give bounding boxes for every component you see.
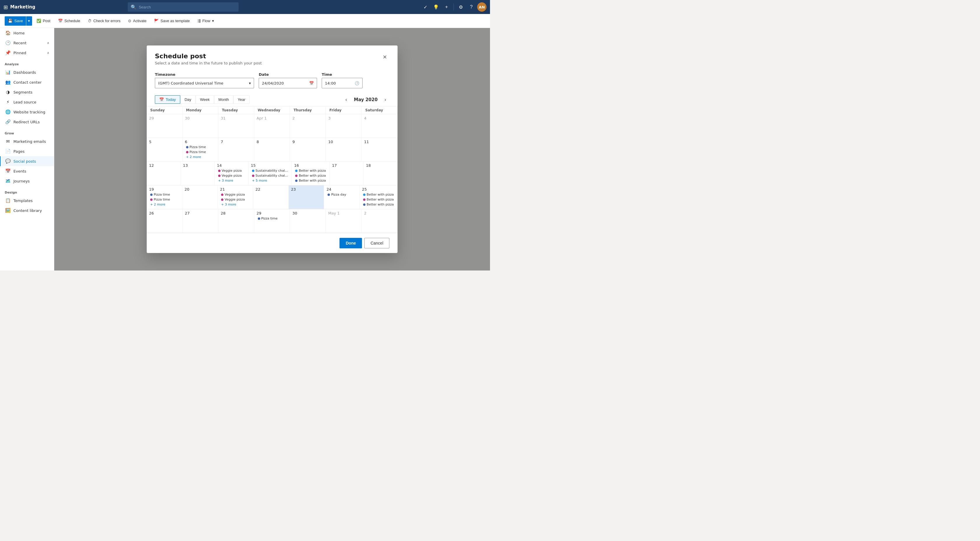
calendar-more-events[interactable]: + 5 more (251, 178, 289, 183)
calendar-event[interactable]: Better with pizza (362, 202, 395, 207)
calendar-day-cell[interactable]: 4 (362, 114, 398, 138)
calendar-more-events[interactable]: + 2 more (149, 202, 180, 207)
calendar-day-cell[interactable]: 26 (147, 209, 183, 233)
calendar-more-events[interactable]: + 3 more (220, 202, 251, 207)
add-icon-btn[interactable]: + (442, 2, 451, 12)
calendar-day-cell[interactable]: 3 (326, 114, 362, 138)
calendar-day-cell[interactable]: 10 (326, 138, 362, 161)
calendar-day-cell[interactable]: 11 (362, 138, 398, 161)
activate-button[interactable]: ⊙ Activate (125, 16, 150, 25)
sidebar-item-pinned[interactable]: 📌 Pinned ∧ (0, 48, 54, 58)
calendar-event[interactable]: Pizza day (326, 192, 357, 197)
calendar-day-cell[interactable]: Apr 1 (255, 114, 290, 138)
search-input[interactable] (139, 5, 235, 10)
calendar-event[interactable]: Better with pizza (362, 197, 395, 202)
sidebar-item-pages[interactable]: 📄 Pages (0, 146, 54, 156)
calendar-day-cell[interactable]: 20 (182, 186, 218, 209)
save-dropdown-arrow[interactable]: ▾ (26, 16, 32, 25)
sidebar-item-segments[interactable]: ◑ Segments (0, 87, 54, 97)
calendar-day-cell[interactable]: 21Veggie pizzaVeggie pizza+ 3 more (218, 186, 253, 209)
sidebar-item-events[interactable]: 📅 Events (0, 166, 54, 176)
calendar-day-cell[interactable]: 29Pizza time (255, 209, 290, 233)
calendar-day-cell[interactable]: 23 (289, 186, 325, 209)
calendar-event[interactable]: Pizza time (149, 192, 180, 197)
sidebar-item-dashboards[interactable]: 📊 Dashboards (0, 67, 54, 77)
calendar-event[interactable]: Veggie pizza (217, 173, 246, 178)
calendar-day-cell[interactable]: 5 (147, 138, 183, 161)
sidebar-item-redirect-urls[interactable]: 🔗 Redirect URLs (0, 117, 54, 127)
sidebar-item-home[interactable]: 🏠 Home (0, 28, 54, 38)
sidebar-item-templates[interactable]: 📋 Templates (0, 195, 54, 206)
modal-close-button[interactable]: ✕ (380, 52, 390, 62)
calendar-more-events[interactable]: + 2 more (185, 155, 216, 159)
sidebar-item-lead-source[interactable]: ⚡ Lead source (0, 97, 54, 107)
time-input[interactable]: 14:00 🕑 (322, 78, 363, 88)
waffle-icon[interactable]: ⊞ (3, 4, 8, 10)
calendar-day-cell[interactable]: 24Pizza day (324, 186, 360, 209)
post-button[interactable]: ✅ Post (33, 16, 54, 25)
sidebar-item-social-posts[interactable]: 💬 Social posts (0, 156, 54, 166)
search-bar[interactable]: 🔍 (128, 2, 239, 12)
checkmark-icon-btn[interactable]: ✓ (421, 2, 430, 12)
sidebar-item-marketing-emails[interactable]: ✉️ Marketing emails (0, 136, 54, 146)
calendar-event[interactable]: Better with pizza (294, 178, 327, 183)
view-month-button[interactable]: Month (214, 95, 233, 104)
timezone-select[interactable]: (GMT) Coordinated Universal Time ▾ (155, 78, 254, 88)
calendar-event[interactable]: Sustainability chal... (251, 173, 289, 178)
calendar-day-cell[interactable]: 14Veggie pizzaVeggie pizza+ 3 more (215, 162, 248, 185)
view-day-button[interactable]: Day (180, 95, 196, 104)
calendar-day-cell[interactable]: 13 (181, 162, 215, 185)
calendar-event[interactable]: Better with pizza (362, 192, 395, 197)
calendar-day-cell[interactable]: 18 (364, 162, 398, 185)
calendar-day-cell[interactable]: 28 (218, 209, 255, 233)
calendar-day-cell[interactable]: 17 (329, 162, 363, 185)
calendar-day-cell[interactable]: 27 (183, 209, 218, 233)
calendar-prev-button[interactable]: ‹ (342, 95, 350, 104)
view-today-button[interactable]: 📅 Today (155, 95, 180, 104)
cancel-button[interactable]: Cancel (364, 238, 390, 248)
calendar-day-cell[interactable]: 25Better with pizzaBetter with pizzaBett… (360, 186, 398, 209)
check-errors-button[interactable]: ⏱ Check for errors (84, 16, 124, 25)
calendar-event[interactable]: Sustainability chal... (251, 168, 289, 173)
calendar-more-events[interactable]: + 3 more (217, 178, 246, 183)
calendar-day-cell[interactable]: 2 (290, 114, 326, 138)
bulb-icon-btn[interactable]: 💡 (431, 2, 441, 12)
recent-collapse-icon[interactable]: ∧ (47, 41, 49, 45)
calendar-day-cell[interactable]: 6Pizza timePizza time+ 2 more (183, 138, 218, 161)
settings-icon-btn[interactable]: ⚙ (456, 2, 466, 12)
calendar-event[interactable]: Better with pizza (294, 168, 327, 173)
calendar-day-cell[interactable]: 19Pizza timePizza time+ 2 more (147, 186, 182, 209)
pinned-collapse-icon[interactable]: ∧ (47, 51, 49, 55)
calendar-day-cell[interactable]: 22 (253, 186, 289, 209)
calendar-event[interactable]: Pizza time (257, 216, 288, 221)
calendar-event[interactable]: Pizza time (149, 197, 180, 202)
sidebar-item-website-tracking[interactable]: 🌐 Website tracking (0, 107, 54, 117)
calendar-day-cell[interactable]: 15Sustainability chal...Sustainability c… (248, 162, 292, 185)
calendar-day-cell[interactable]: 2 (362, 209, 398, 233)
help-icon-btn[interactable]: ? (467, 2, 476, 12)
calendar-event[interactable]: Pizza time (185, 150, 216, 154)
calendar-day-cell[interactable]: May 1 (326, 209, 362, 233)
calendar-event[interactable]: Veggie pizza (220, 197, 251, 202)
user-avatar[interactable]: AN (477, 2, 487, 12)
view-week-button[interactable]: Week (196, 95, 214, 104)
calendar-day-cell[interactable]: 12 (147, 162, 181, 185)
date-input[interactable]: 24/04/2020 📅 (259, 78, 317, 88)
schedule-button[interactable]: 📅 Schedule (55, 16, 83, 25)
save-template-button[interactable]: 🚩 Save as template (151, 16, 193, 25)
calendar-next-button[interactable]: › (381, 95, 390, 104)
calendar-day-cell[interactable]: 7 (218, 138, 255, 161)
calendar-event[interactable]: Veggie pizza (217, 168, 246, 173)
calendar-day-cell[interactable]: 31 (218, 114, 255, 138)
calendar-day-cell[interactable]: 29 (147, 114, 183, 138)
sidebar-item-contact-center[interactable]: 👥 Contact center (0, 77, 54, 87)
calendar-day-cell[interactable]: 8 (255, 138, 290, 161)
save-button[interactable]: 💾 Save (5, 16, 26, 25)
sidebar-item-content-library[interactable]: 🖼️ Content library (0, 206, 54, 216)
calendar-event[interactable]: Better with pizza (294, 173, 327, 178)
flow-button[interactable]: ⇶ Flow ▾ (194, 16, 217, 25)
sidebar-item-journeys[interactable]: 🗺️ Journeys (0, 176, 54, 186)
calendar-day-cell[interactable]: 9 (290, 138, 326, 161)
done-button[interactable]: Done (339, 238, 362, 248)
view-year-button[interactable]: Year (233, 95, 250, 104)
